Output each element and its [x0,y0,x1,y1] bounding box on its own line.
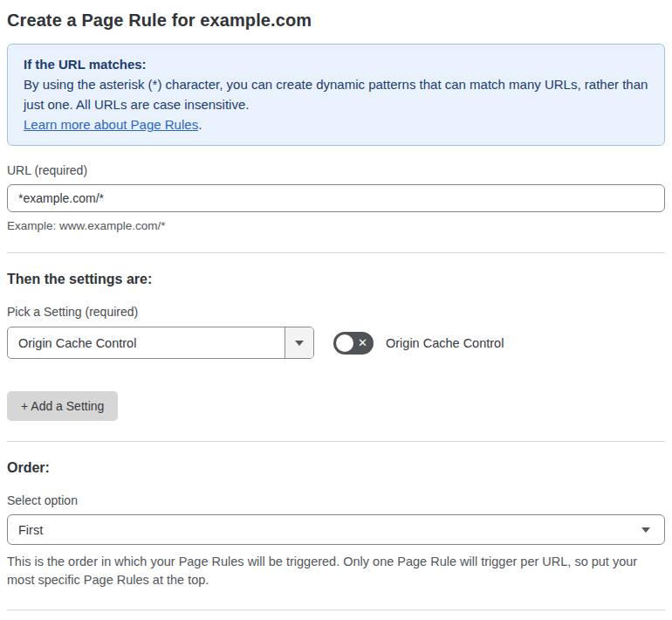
learn-more-link[interactable]: Learn more about Page Rules [24,117,198,132]
toggle-knob [336,334,353,352]
divider [7,610,665,610]
info-box-body: By using the asterisk (*) character, you… [24,74,648,114]
order-section-heading: Order: [7,460,665,476]
page-rule-form: Create a Page Rule for example.com If th… [0,0,672,620]
info-box-body-text: By using the asterisk (*) character, you… [24,77,648,112]
pick-setting-label: Pick a Setting (required) [7,305,665,319]
url-field-label: URL (required) [7,163,665,177]
order-select-label: Select option [7,493,665,507]
url-input[interactable] [7,184,665,212]
caret-down-icon [641,527,650,533]
url-match-info-box: If the URL matches: By using the asteris… [7,44,665,146]
setting-dropdown-value: Origin Cache Control [8,327,285,358]
divider [7,252,665,253]
url-example-helper: Example: www.example.com/* [7,219,665,232]
divider [7,441,665,442]
info-box-heading: If the URL matches: [24,54,648,74]
order-select[interactable]: First [7,514,665,545]
origin-cache-control-toggle[interactable]: ✕ [333,332,374,355]
add-setting-button[interactable]: + Add a Setting [7,391,118,421]
settings-section-heading: Then the settings are: [7,272,665,287]
order-helper-text: This is the order in which your Page Rul… [7,553,663,589]
setting-dropdown[interactable]: Origin Cache Control [7,327,314,359]
page-title: Create a Page Rule for example.com [7,10,665,31]
info-box-link-line: Learn more about Page Rules. [24,114,648,134]
setting-dropdown-arrow-button[interactable] [285,327,313,358]
link-period: . [198,117,202,132]
toggle-off-x-icon: ✕ [358,337,367,348]
caret-down-icon [295,341,304,346]
setting-picker-row: Origin Cache Control ✕ Origin Cache Cont… [7,327,665,359]
toggle-setting-label: Origin Cache Control [386,336,504,350]
order-select-value: First [18,523,641,537]
